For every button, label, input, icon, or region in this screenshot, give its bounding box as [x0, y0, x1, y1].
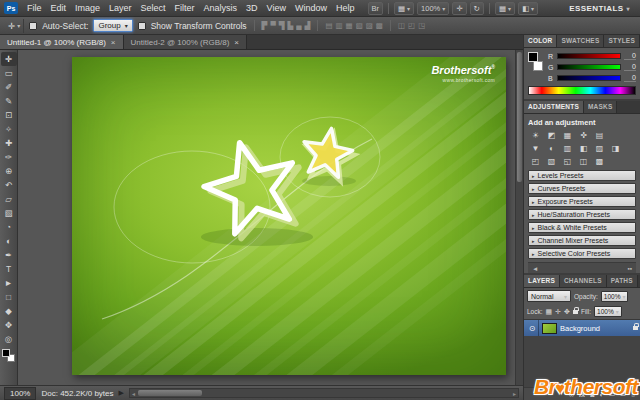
lasso-tool[interactable]: ✐: [1, 80, 17, 94]
scroll-right-icon[interactable]: ▸: [513, 390, 516, 397]
disclosure-triangle-icon[interactable]: ▸: [532, 173, 535, 179]
menu-window[interactable]: Window: [291, 1, 331, 15]
opacity-field[interactable]: 100%▾: [601, 291, 629, 302]
menu-select[interactable]: Select: [137, 1, 170, 15]
clone-stamp-tool[interactable]: ⊕: [1, 164, 17, 178]
menu-filter[interactable]: Filter: [171, 1, 199, 15]
tab-swatches[interactable]: SWATCHES: [557, 35, 604, 47]
disclosure-triangle-icon[interactable]: ▸: [532, 212, 535, 218]
channel-mixer-icon[interactable]: ▨: [594, 143, 605, 153]
horizontal-scrollbar-thumb[interactable]: [138, 390, 202, 396]
quick-selection-tool[interactable]: ✎: [1, 94, 17, 108]
disclosure-triangle-icon[interactable]: ▸: [532, 199, 535, 205]
invert-icon[interactable]: ◨: [610, 143, 621, 153]
type-tool[interactable]: T: [1, 262, 17, 276]
lock-all-icon[interactable]: [573, 310, 578, 314]
threshold-icon[interactable]: ▧: [546, 156, 557, 166]
workspace-switcher[interactable]: ESSENTIALS▾: [563, 2, 636, 15]
blend-mode-select[interactable]: Normal▾: [527, 290, 571, 302]
spot-healing-tool[interactable]: ✚: [1, 136, 17, 150]
menu-help[interactable]: Help: [332, 1, 359, 15]
zoom-tool[interactable]: ◎: [1, 332, 17, 346]
align-option-icon[interactable]: ◳: [418, 21, 425, 30]
foreground-color-swatch[interactable]: [2, 349, 10, 357]
dodge-tool[interactable]: ◐: [1, 234, 17, 248]
align-bottom-icon[interactable]: ▜: [279, 21, 285, 30]
lock-pixels-icon[interactable]: ✛: [555, 308, 561, 316]
preset-black-white[interactable]: ▸Black & White Presets: [528, 222, 636, 233]
color-spectrum-ramp[interactable]: [528, 86, 636, 95]
eraser-tool[interactable]: ▱: [1, 192, 17, 206]
preset-exposure[interactable]: ▸Exposure Presets: [528, 196, 636, 207]
distribute-bottom-icon[interactable]: ▦: [346, 21, 353, 30]
disclosure-triangle-icon[interactable]: ▸: [532, 225, 535, 231]
hue-saturation-icon[interactable]: ▼: [530, 143, 541, 153]
blue-value-field[interactable]: 0: [624, 74, 636, 82]
close-icon[interactable]: ×: [111, 38, 116, 47]
align-left-icon[interactable]: ▙: [288, 21, 294, 30]
document-tab-untitled-1[interactable]: Untitled-1 @ 100% (RGB/8) ×: [0, 35, 124, 49]
auto-select-mode-select[interactable]: Group▾: [93, 19, 132, 32]
menu-layer[interactable]: Layer: [105, 1, 136, 15]
visibility-toggle[interactable]: ⊙: [526, 320, 539, 336]
layer-thumbnail[interactable]: [542, 323, 557, 334]
rotate-view-button[interactable]: ↻: [470, 2, 484, 15]
status-flyout-icon[interactable]: ▶: [119, 389, 124, 397]
vibrance-icon[interactable]: ▤: [594, 130, 605, 140]
red-value-field[interactable]: 0: [624, 52, 636, 60]
align-hcenter-icon[interactable]: ▄: [296, 21, 301, 30]
align-option-icon[interactable]: ◰: [408, 21, 415, 30]
background-color-swatch[interactable]: [533, 61, 543, 71]
preset-selective-color[interactable]: ▸Selective Color Presets: [528, 248, 636, 259]
menu-analysis[interactable]: Analysis: [200, 1, 242, 15]
tab-styles[interactable]: STYLES: [604, 35, 639, 47]
menu-3d[interactable]: 3D: [242, 1, 262, 15]
menu-edit[interactable]: Edit: [47, 1, 71, 15]
3d-rotate-tool[interactable]: ◆: [1, 304, 17, 318]
foreground-color-swatch[interactable]: [528, 52, 538, 62]
distribute-right-icon[interactable]: ▩: [376, 21, 383, 30]
close-icon[interactable]: ×: [234, 38, 239, 47]
tool-preset-picker[interactable]: ✛▾: [5, 19, 24, 33]
adjustment-extra-icon[interactable]: ▩: [594, 156, 605, 166]
brush-tool[interactable]: ✑: [1, 150, 17, 164]
align-vcenter-icon[interactable]: ▀: [270, 21, 275, 30]
eyedropper-tool[interactable]: ✧: [1, 122, 17, 136]
menu-view[interactable]: View: [263, 1, 290, 15]
brightness-contrast-icon[interactable]: ☀: [530, 130, 541, 140]
gradient-map-icon[interactable]: ◱: [562, 156, 573, 166]
black-white-icon[interactable]: ▥: [562, 143, 573, 153]
pen-tool[interactable]: ✒: [1, 248, 17, 262]
disclosure-triangle-icon[interactable]: ▸: [532, 238, 535, 244]
preset-hue-saturation[interactable]: ▸Hue/Saturation Presets: [528, 209, 636, 220]
align-top-icon[interactable]: ▛: [262, 21, 268, 30]
disclosure-triangle-icon[interactable]: ▸: [532, 251, 535, 257]
zoom-level-button[interactable]: 100%▾: [417, 2, 449, 15]
zoom-percent-field[interactable]: 100%: [4, 387, 36, 400]
curves-icon[interactable]: ▦: [562, 130, 573, 140]
back-arrow-icon[interactable]: ◄: [532, 265, 538, 272]
rectangular-marquee-tool[interactable]: ▭: [1, 66, 17, 80]
levels-icon[interactable]: ◩: [546, 130, 557, 140]
arrange-documents-button[interactable]: ▦▾: [495, 2, 515, 15]
tab-channels[interactable]: CHANNELS: [560, 275, 607, 287]
history-brush-tool[interactable]: ↶: [1, 178, 17, 192]
blur-tool[interactable]: ◔: [1, 220, 17, 234]
tab-adjustments[interactable]: ADJUSTMENTS: [524, 101, 584, 113]
document-tab-untitled-2[interactable]: Untitled-2 @ 100% (RGB/8) ×: [124, 35, 248, 49]
photoshop-logo-icon[interactable]: Ps: [4, 2, 18, 14]
preset-levels[interactable]: ▸Levels Presets: [528, 170, 636, 181]
auto-select-checkbox[interactable]: [29, 22, 37, 30]
lock-position-icon[interactable]: ✥: [564, 308, 570, 316]
menu-file[interactable]: File: [23, 1, 46, 15]
distribute-left-icon[interactable]: ▧: [356, 21, 363, 30]
lock-transparency-icon[interactable]: ▦: [546, 308, 553, 316]
hand-tool-button[interactable]: ✛: [452, 2, 466, 15]
horizontal-scrollbar[interactable]: ◂ ▸: [129, 388, 519, 398]
screen-mode-button[interactable]: ◧▾: [518, 2, 538, 15]
crop-tool[interactable]: ⊡: [1, 108, 17, 122]
shape-tool[interactable]: □: [1, 290, 17, 304]
blue-slider[interactable]: [557, 75, 621, 81]
show-transform-checkbox[interactable]: [138, 22, 146, 30]
menu-image[interactable]: Image: [71, 1, 104, 15]
